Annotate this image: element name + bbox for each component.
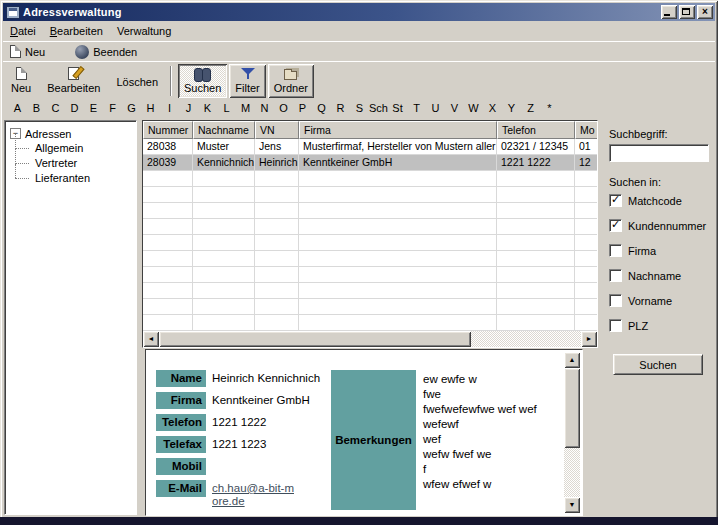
alphabet-letter-e[interactable]: E	[84, 102, 103, 114]
toolbar-label: Ordner	[274, 82, 308, 94]
scroll-up-icon[interactable]: ▲	[564, 352, 580, 368]
alphabet-letter-n[interactable]: N	[255, 102, 274, 114]
table-row-empty[interactable]	[143, 187, 597, 203]
table-horizontal-scrollbar[interactable]: ◄ ►	[143, 331, 597, 347]
close-button[interactable]: ×	[697, 5, 713, 19]
toolbar-toggle-filter[interactable]: Filter	[229, 64, 265, 98]
alphabet-letter-u[interactable]: U	[426, 102, 445, 114]
alphabet-letter-o[interactable]: O	[274, 102, 293, 114]
alphabet-letter-w[interactable]: W	[464, 102, 483, 114]
search-button[interactable]: Suchen	[613, 354, 703, 375]
toolbar-label: Bearbeiten	[47, 82, 100, 94]
alphabet-letter-v[interactable]: V	[445, 102, 464, 114]
alphabet-letter-star[interactable]: *	[540, 102, 559, 114]
scrollbar-thumb[interactable]	[564, 368, 580, 448]
alphabet-letter-c[interactable]: C	[46, 102, 65, 114]
checkbox-plz[interactable]	[609, 319, 622, 332]
table-row-empty[interactable]	[143, 299, 597, 315]
scroll-right-icon[interactable]: ►	[581, 331, 597, 347]
table-row[interactable]: 28038MusterJensMusterfirmaf, Hersteller …	[143, 139, 597, 155]
table-row[interactable]: 28039KennichnichHeinrichKenntkeiner GmbH…	[143, 155, 597, 171]
alphabet-letter-m[interactable]: M	[236, 102, 255, 114]
table-cell	[255, 219, 299, 235]
column-header-telefon[interactable]: Telefon	[497, 121, 575, 139]
alphabet-letter-a[interactable]: A	[8, 102, 27, 114]
table-cell	[575, 283, 598, 299]
app-icon	[6, 6, 20, 19]
table-cell	[143, 187, 193, 203]
alphabet-letter-x[interactable]: X	[483, 102, 502, 114]
tree-item-allgemein[interactable]: Allgemein	[5, 141, 136, 156]
alphabet-letter-l[interactable]: L	[217, 102, 236, 114]
toolbar-separator	[170, 66, 172, 96]
alphabet-letter-t[interactable]: T	[407, 102, 426, 114]
scroll-left-icon[interactable]: ◄	[143, 331, 159, 347]
alphabet-letter-d[interactable]: D	[65, 102, 84, 114]
table-row-empty[interactable]	[143, 315, 597, 331]
table-cell: Musterfirmaf, Hersteller von Mustern all…	[299, 139, 497, 155]
alphabet-letter-q[interactable]: Q	[312, 102, 331, 114]
title-bar[interactable]: Adressverwaltung ×	[3, 3, 715, 21]
email-link[interactable]: ch.hau@a-bit-more.de	[212, 480, 296, 508]
new-document-icon	[10, 45, 21, 58]
table-row-empty[interactable]	[143, 235, 597, 251]
column-header-nummer[interactable]: Nummer	[143, 121, 193, 139]
alphabet-letter-g[interactable]: G	[122, 102, 141, 114]
table-row-empty[interactable]	[143, 267, 597, 283]
alphabet-letter-sch[interactable]: Sch	[369, 102, 388, 114]
checkbox-firma[interactable]	[609, 244, 622, 257]
table-row-empty[interactable]	[143, 283, 597, 299]
tree-item-adressen[interactable]: − Adressen	[5, 126, 136, 141]
search-input[interactable]	[609, 144, 709, 162]
alphabet-letter-b[interactable]: B	[27, 102, 46, 114]
alphabet-letter-st[interactable]: St	[388, 102, 407, 114]
scroll-down-icon[interactable]: ▼	[564, 497, 580, 513]
toolbar-button-neu[interactable]: Neu	[6, 44, 49, 59]
exit-icon	[75, 45, 89, 59]
tree-item-lieferanten[interactable]: Lieferanten	[5, 171, 136, 186]
alphabet-letter-s[interactable]: S	[350, 102, 369, 114]
alphabet-letter-r[interactable]: R	[331, 102, 350, 114]
table-row-empty[interactable]	[143, 251, 597, 267]
minimize-button[interactable]	[661, 5, 677, 19]
toolbar-button-bearbeiten[interactable]: Bearbeiten	[39, 64, 108, 98]
alphabet-letter-f[interactable]: F	[103, 102, 122, 114]
menu-verwaltung[interactable]: Verwaltung	[110, 23, 178, 39]
column-header-firma[interactable]: Firma	[299, 121, 497, 139]
detail-vertical-scrollbar[interactable]: ▲ ▼	[564, 352, 580, 513]
column-header-nachname[interactable]: Nachname	[193, 121, 255, 139]
column-header-mo[interactable]: Mo	[575, 121, 598, 139]
table-cell	[299, 203, 497, 219]
checkbox-vorname[interactable]	[609, 294, 622, 307]
scrollbar-thumb[interactable]	[159, 331, 471, 347]
checkbox-label: Vorname	[628, 295, 672, 307]
table-row-empty[interactable]	[143, 171, 597, 187]
toolbar-button-beenden[interactable]: Beenden	[71, 44, 141, 60]
menu-datei[interactable]: Datei	[3, 23, 43, 39]
alphabet-letter-k[interactable]: K	[198, 102, 217, 114]
checkbox-matchcode[interactable]	[609, 194, 622, 207]
table-row-empty[interactable]	[143, 219, 597, 235]
toolbar-toggle-suchen[interactable]: Suchen	[178, 64, 227, 98]
table-row-empty[interactable]	[143, 203, 597, 219]
menu-bearbeiten[interactable]: Bearbeiten	[43, 23, 110, 39]
alphabet-letter-y[interactable]: Y	[502, 102, 521, 114]
alphabet-letter-p[interactable]: P	[293, 102, 312, 114]
alphabet-letter-i[interactable]: I	[160, 102, 179, 114]
alphabet-letter-z[interactable]: Z	[521, 102, 540, 114]
maximize-button[interactable]	[679, 5, 695, 19]
toolbar-toggle-ordner[interactable]: Ordner	[268, 64, 314, 98]
alphabet-letter-h[interactable]: H	[141, 102, 160, 114]
edit-icon	[68, 67, 79, 80]
toolbar-button-neu[interactable]: Neu	[3, 64, 39, 98]
checkbox-kundennummer[interactable]	[609, 219, 622, 232]
table-cell	[497, 219, 575, 235]
column-header-vn[interactable]: VN	[255, 121, 299, 139]
alphabet-letter-j[interactable]: J	[179, 102, 198, 114]
checkbox-nachname[interactable]	[609, 269, 622, 282]
app-window: Adressverwaltung × DateiBearbeitenVerwal…	[0, 0, 718, 525]
tree-item-vertreter[interactable]: Vertreter	[5, 156, 136, 171]
toolbar-button-l-schen[interactable]: Löschen	[108, 64, 166, 98]
remarks-line: f	[423, 462, 558, 477]
table-cell	[497, 235, 575, 251]
